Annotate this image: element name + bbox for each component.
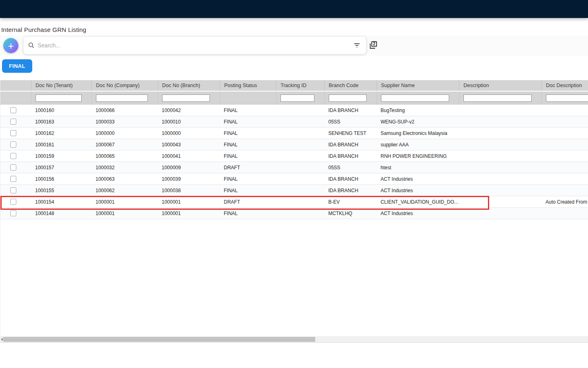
cell-doc-description	[541, 162, 588, 173]
cell-posting-status: DRAFT	[220, 162, 276, 173]
search-icon	[28, 42, 35, 49]
cell-doc-no-branch: 1000038	[158, 185, 220, 196]
table-row[interactable]: 1000163 1000033 1000010 FINAL 05SS WENG-…	[0, 116, 588, 128]
cell-supplier-name: htest	[376, 162, 459, 173]
table-row[interactable]: 1000162 1000000 1000000 FINAL SENHENG TE…	[0, 128, 588, 139]
cell-doc-no-branch: 1000001	[158, 208, 220, 219]
cell-doc-no-tenant: 1000159	[31, 150, 91, 162]
column-header-supplier-name[interactable]: Supplier Name	[376, 80, 459, 91]
cell-doc-no-company: 1000065	[91, 150, 158, 162]
table-row[interactable]: 1000160 1000066 1000042 FINAL IDA BRANCH…	[0, 105, 588, 116]
table-row[interactable]: 1000148 1000001 1000001 FINAL MCTKLHQ AC…	[0, 208, 588, 219]
cell-supplier-name: ACT Industries	[376, 208, 459, 219]
cell-tracking-id	[276, 173, 324, 184]
filter-input-doc-no-company[interactable]	[96, 94, 148, 102]
cell-doc-no-company: 1000033	[91, 116, 158, 127]
cell-tracking-id	[276, 105, 324, 116]
filter-input-doc-no-branch[interactable]	[162, 94, 210, 102]
row-checkbox[interactable]	[10, 187, 16, 193]
row-checkbox[interactable]	[10, 130, 16, 136]
row-checkbox[interactable]	[10, 141, 16, 148]
filter-input-doc-no-tenant[interactable]	[36, 94, 82, 102]
cell-doc-description: Auto Created From	[541, 196, 588, 207]
column-header-select	[0, 80, 31, 91]
filter-input-doc-description[interactable]	[546, 94, 588, 102]
cell-posting-status: FINAL	[220, 185, 276, 196]
column-header-tracking-id[interactable]: Tracking ID	[276, 80, 324, 91]
cell-supplier-name: Samsung Electronics Malaysia	[376, 128, 459, 139]
cell-doc-description	[541, 128, 588, 139]
cell-branch-code: IDA BRANCH	[324, 185, 376, 196]
horizontal-scrollbar-track[interactable]	[0, 336, 588, 343]
column-header-doc-no-branch[interactable]: Doc No (Branch)	[158, 80, 220, 91]
add-button[interactable]: +	[3, 38, 18, 53]
cell-doc-no-branch: 1000039	[158, 173, 220, 184]
duplicate-pages-icon[interactable]: 2	[369, 40, 378, 49]
row-checkbox[interactable]	[10, 107, 16, 113]
cell-doc-no-tenant: 1000154	[31, 196, 91, 207]
filter-list-icon[interactable]	[353, 41, 361, 49]
filter-input-branch-code[interactable]	[329, 94, 367, 102]
cell-doc-description	[541, 139, 588, 150]
grid-header-row: Doc No (Tenant) Doc No (Company) Doc No …	[0, 80, 588, 92]
column-header-posting-status[interactable]: Posting Status	[220, 80, 276, 91]
cell-supplier-name: RNH POWER ENGINEERING	[376, 150, 459, 162]
cell-doc-no-company: 1000063	[91, 173, 158, 184]
filter-cell-select	[0, 92, 31, 105]
cell-doc-no-branch: 1000009	[158, 162, 220, 173]
cell-posting-status: FINAL	[220, 150, 276, 162]
cell-posting-status: FINAL	[220, 105, 276, 116]
row-checkbox[interactable]	[10, 199, 16, 205]
cell-doc-no-tenant: 1000162	[31, 128, 91, 139]
cell-doc-no-tenant: 1000148	[31, 208, 91, 219]
column-header-description[interactable]: Description	[459, 80, 541, 91]
cell-doc-no-company: 1000062	[91, 185, 158, 196]
cell-doc-no-tenant: 1000157	[31, 162, 91, 173]
cell-doc-no-company: 1000001	[91, 196, 158, 207]
search-box	[23, 36, 366, 54]
row-checkbox[interactable]	[10, 153, 16, 159]
row-checkbox[interactable]	[10, 210, 16, 216]
horizontal-scrollbar-thumb[interactable]	[3, 337, 315, 342]
cell-doc-no-branch: 1000042	[158, 105, 220, 116]
cell-description	[459, 162, 541, 173]
cell-doc-no-tenant: 1000160	[31, 105, 91, 116]
cell-tracking-id	[276, 116, 324, 127]
row-checkbox[interactable]	[10, 119, 16, 125]
filter-input-description[interactable]	[463, 94, 532, 102]
filter-input-supplier-name[interactable]	[381, 94, 449, 102]
final-status-button[interactable]: FINAL	[2, 59, 32, 73]
table-row[interactable]: 1000154 1000001 1000001 DRAFT B-EV CLIEN…	[0, 196, 588, 208]
column-header-doc-no-tenant[interactable]: Doc No (Tenant)	[31, 80, 91, 91]
cell-doc-no-branch: 1000001	[158, 196, 220, 207]
cell-doc-no-branch: 1000010	[158, 116, 220, 127]
table-row[interactable]: 1000155 1000062 1000038 FINAL IDA BRANCH…	[0, 185, 588, 196]
search-input[interactable]	[38, 42, 353, 49]
cell-description	[459, 139, 541, 150]
cell-doc-description	[541, 208, 588, 219]
table-row[interactable]: 1000159 1000065 1000041 FINAL IDA BRANCH…	[0, 150, 588, 162]
filter-cell-posting-status	[220, 92, 276, 105]
column-header-doc-no-company[interactable]: Doc No (Company)	[91, 80, 158, 91]
table-row[interactable]: 1000157 1000032 1000009 DRAFT 05SS htest	[0, 162, 588, 173]
cell-branch-code: IDA BRANCH	[324, 173, 376, 184]
cell-doc-description	[541, 105, 588, 116]
table-row[interactable]: 1000156 1000063 1000039 FINAL IDA BRANCH…	[0, 173, 588, 185]
scroll-left-arrow-icon[interactable]	[1, 338, 3, 341]
plus-icon: +	[8, 40, 14, 52]
cell-tracking-id	[276, 208, 324, 219]
column-header-doc-description[interactable]: Doc Description	[541, 80, 588, 91]
table-row[interactable]: 1000161 1000067 1000043 FINAL IDA BRANCH…	[0, 139, 588, 150]
grid-filter-row	[0, 92, 588, 105]
cell-branch-code: IDA BRANCH	[324, 150, 376, 162]
row-checkbox[interactable]	[10, 164, 16, 171]
cell-posting-status: DRAFT	[220, 196, 276, 207]
cell-description	[459, 196, 541, 207]
grid-body: 1000160 1000066 1000042 FINAL IDA BRANCH…	[0, 105, 588, 219]
cell-description	[459, 208, 541, 219]
row-checkbox[interactable]	[10, 176, 16, 182]
column-header-branch-code[interactable]: Branch Code	[324, 80, 376, 91]
cell-branch-code: MCTKLHQ	[324, 208, 376, 219]
cell-branch-code: IDA BRANCH	[324, 105, 376, 116]
filter-input-tracking-id[interactable]	[281, 94, 314, 102]
